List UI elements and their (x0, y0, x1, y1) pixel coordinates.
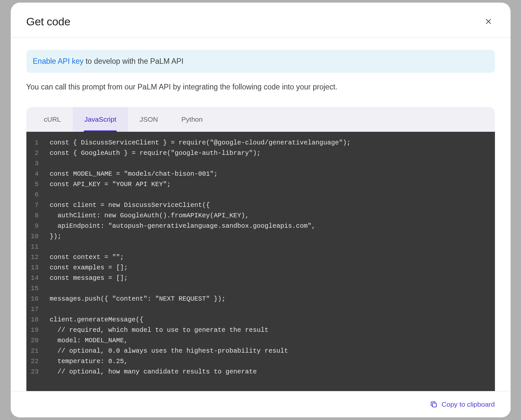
get-code-modal: Get code Enable API key to develop with … (11, 3, 511, 417)
code-tabs: cURL JavaScript JSON Python (26, 107, 495, 132)
tab-python[interactable]: Python (170, 107, 214, 132)
modal-header: Get code (11, 3, 511, 37)
copy-label: Copy to clipboard (442, 400, 495, 408)
enable-api-link[interactable]: Enable API key (33, 57, 84, 65)
svg-rect-2 (432, 403, 436, 407)
close-button[interactable] (482, 15, 495, 28)
copy-icon (430, 400, 438, 408)
code-block[interactable]: 1 2 3 4 5 6 7 8 9 10 11 12 13 14 15 16 1… (26, 132, 495, 391)
modal-body: Enable API key to develop with the PaLM … (11, 37, 511, 391)
enable-api-banner: Enable API key to develop with the PaLM … (26, 50, 495, 73)
tab-curl[interactable]: cURL (32, 107, 73, 132)
code-content: const { DiscussServiceClient } = require… (43, 132, 354, 391)
close-icon (485, 18, 492, 25)
tab-json[interactable]: JSON (128, 107, 170, 132)
banner-text: to develop with the PaLM API (84, 57, 184, 65)
modal-title: Get code (26, 15, 71, 28)
tab-javascript[interactable]: JavaScript (73, 107, 128, 132)
description-text: You can call this prompt from our PaLM A… (26, 83, 495, 91)
copy-to-clipboard-button[interactable]: Copy to clipboard (430, 400, 495, 408)
line-numbers: 1 2 3 4 5 6 7 8 9 10 11 12 13 14 15 16 1… (26, 132, 43, 391)
modal-footer: Copy to clipboard (11, 391, 511, 417)
